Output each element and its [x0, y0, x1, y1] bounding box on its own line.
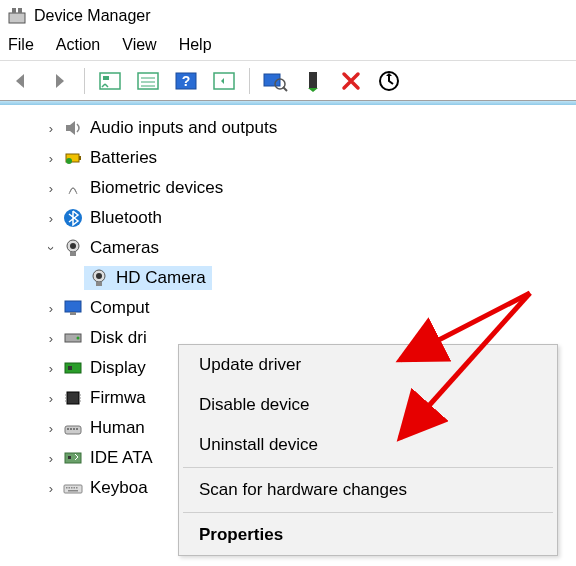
chevron-right-icon[interactable]: ›	[42, 181, 60, 196]
chevron-right-icon[interactable]: ›	[42, 451, 60, 466]
svg-rect-1	[12, 8, 16, 13]
camera-icon	[62, 237, 84, 259]
svg-rect-47	[64, 485, 82, 493]
svg-rect-2	[18, 8, 22, 13]
svg-point-25	[96, 273, 102, 279]
svg-rect-45	[65, 453, 81, 463]
tree-label: Batteries	[90, 148, 157, 168]
camera-icon	[88, 267, 110, 289]
tree-label: Keyboa	[90, 478, 148, 498]
tree-label: Biometric devices	[90, 178, 223, 198]
chevron-right-icon[interactable]: ›	[42, 211, 60, 226]
tree-label: Audio inputs and outputs	[90, 118, 277, 138]
svg-rect-28	[70, 312, 76, 315]
hid-icon	[62, 417, 84, 439]
context-menu: Update driver Disable device Uninstall d…	[178, 344, 558, 556]
svg-rect-52	[76, 487, 78, 489]
svg-text:?: ?	[182, 73, 191, 89]
context-properties[interactable]: Properties	[179, 515, 557, 555]
chevron-right-icon[interactable]: ›	[42, 361, 60, 376]
tree-node-hd-camera[interactable]: HD Camera	[0, 263, 576, 293]
chevron-right-icon[interactable]: ›	[42, 301, 60, 316]
context-uninstall-device[interactable]: Uninstall device	[179, 425, 557, 465]
svg-line-14	[283, 87, 287, 91]
tree-node-bluetooth[interactable]: › Bluetooth	[0, 203, 576, 233]
svg-rect-32	[68, 366, 72, 370]
tree-label: IDE ATA	[90, 448, 153, 468]
tree-label: Bluetooth	[90, 208, 162, 228]
device-manager-icon	[8, 7, 26, 25]
svg-rect-53	[68, 490, 78, 492]
context-separator	[183, 467, 553, 468]
tree-node-biometric[interactable]: › Biometric devices	[0, 173, 576, 203]
svg-point-30	[77, 337, 80, 340]
gpu-icon	[62, 357, 84, 379]
svg-rect-31	[65, 363, 81, 373]
svg-rect-51	[74, 487, 76, 489]
toolbar: ?	[0, 61, 576, 101]
svg-rect-0	[9, 13, 25, 23]
chevron-right-icon[interactable]: ›	[42, 151, 60, 166]
speaker-icon	[62, 117, 84, 139]
monitor-icon	[62, 297, 84, 319]
titlebar: Device Manager	[0, 0, 576, 32]
context-update-driver[interactable]: Update driver	[179, 345, 557, 385]
uninstall-icon-button[interactable]	[334, 66, 368, 96]
chevron-right-icon[interactable]: ›	[42, 421, 60, 436]
tree-node-batteries[interactable]: › Batteries	[0, 143, 576, 173]
menu-file[interactable]: File	[8, 36, 34, 54]
controller-icon	[62, 447, 84, 469]
menubar: File Action View Help	[0, 32, 576, 61]
back-button[interactable]	[4, 66, 38, 96]
svg-point-22	[70, 243, 76, 249]
chevron-right-icon[interactable]: ›	[42, 391, 60, 406]
bluetooth-icon	[62, 207, 84, 229]
context-separator	[183, 512, 553, 513]
svg-point-19	[66, 158, 72, 164]
window-title: Device Manager	[34, 7, 151, 25]
tree-node-computers[interactable]: › Comput	[0, 293, 576, 323]
toolbar-separator	[84, 68, 85, 94]
svg-rect-4	[103, 76, 109, 80]
svg-rect-48	[66, 487, 68, 489]
svg-rect-23	[70, 252, 76, 256]
fingerprint-icon	[62, 177, 84, 199]
svg-rect-18	[79, 156, 81, 160]
forward-button[interactable]	[42, 66, 76, 96]
chip-icon	[62, 387, 84, 409]
chevron-right-icon[interactable]: ›	[42, 331, 60, 346]
show-hidden-button[interactable]	[93, 66, 127, 96]
menu-action[interactable]: Action	[56, 36, 100, 54]
svg-rect-26	[96, 282, 102, 286]
scan-button[interactable]	[207, 66, 241, 96]
context-scan-hardware[interactable]: Scan for hardware changes	[179, 470, 557, 510]
details-button[interactable]	[131, 66, 165, 96]
keyboard-icon	[62, 477, 84, 499]
svg-rect-50	[71, 487, 73, 489]
tree-label: Disk dri	[90, 328, 147, 348]
svg-rect-44	[76, 428, 78, 430]
chevron-right-icon[interactable]: ›	[42, 481, 60, 496]
context-disable-device[interactable]: Disable device	[179, 385, 557, 425]
svg-rect-41	[67, 428, 69, 430]
disable-icon-button[interactable]	[372, 66, 406, 96]
tree-label: HD Camera	[116, 268, 206, 288]
tree-node-audio[interactable]: › Audio inputs and outputs	[0, 113, 576, 143]
update-icon-button[interactable]	[296, 66, 330, 96]
help-button[interactable]: ?	[169, 66, 203, 96]
tree-label: Firmwa	[90, 388, 146, 408]
svg-rect-15	[309, 72, 317, 88]
scan-hardware-button[interactable]	[258, 66, 292, 96]
tree-node-cameras[interactable]: › Cameras	[0, 233, 576, 263]
menu-view[interactable]: View	[122, 36, 156, 54]
svg-rect-49	[69, 487, 71, 489]
svg-rect-46	[68, 456, 71, 459]
tree-label: Display	[90, 358, 146, 378]
svg-rect-33	[67, 392, 79, 404]
tree-label: Cameras	[90, 238, 159, 258]
battery-icon	[62, 147, 84, 169]
chevron-right-icon[interactable]: ›	[42, 121, 60, 136]
chevron-down-icon[interactable]: ›	[44, 239, 59, 257]
menu-help[interactable]: Help	[179, 36, 212, 54]
toolbar-separator	[249, 68, 250, 94]
